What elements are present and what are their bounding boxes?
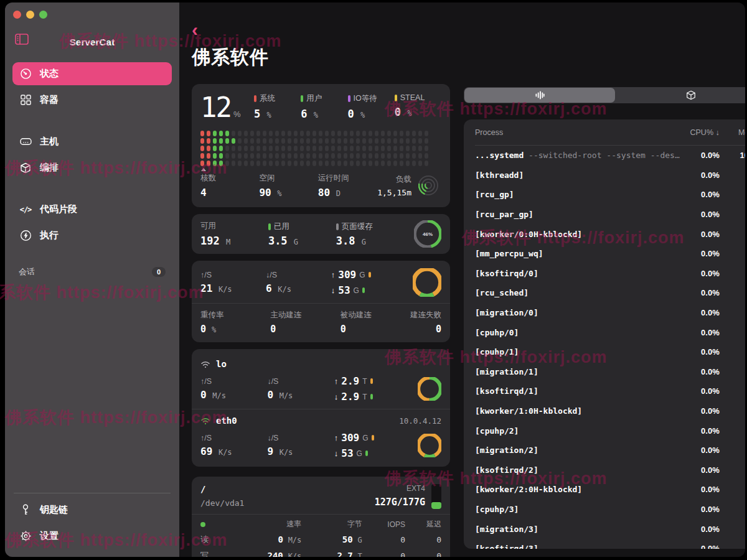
sidebar-item-orchestration[interactable]: 编排 [12, 156, 172, 179]
sidebar-item-status[interactable]: 状态 [12, 62, 172, 85]
core-usage-dot [406, 131, 410, 136]
core-usage-dot [344, 146, 347, 151]
load-radar-icon [415, 172, 441, 198]
app-window: ServerCat 状态 [5, 2, 745, 557]
memory-ring-gauge: 46% [414, 220, 441, 248]
sidebar-item-label: 钥匙链 [40, 504, 68, 516]
core-usage-dot [337, 131, 341, 136]
core-usage-dot [288, 161, 291, 166]
core-usage-dot [207, 138, 210, 144]
memory-ring-label: 46% [423, 231, 433, 237]
core-usage-dot [375, 131, 378, 136]
core-usage-dot [238, 146, 242, 151]
core-usage-dot [312, 161, 316, 166]
core-usage-dot [400, 161, 403, 166]
net-down-rate: ↓/S 6 K/s [266, 271, 331, 294]
process-row[interactable]: [kworker/2:0H-kblockd]0.0%0B [475, 480, 745, 500]
process-row[interactable]: [migration/3]0.0%0B [475, 519, 745, 539]
process-row[interactable]: [ksoftirqd/1]0.0%0B [475, 381, 745, 401]
core-usage-dot [256, 131, 260, 136]
core-usage-dot [400, 153, 403, 159]
process-row[interactable]: ...systemd --switched-root --system --de… [475, 146, 745, 166]
core-usage-dot [325, 146, 329, 151]
process-row[interactable]: [rcu_par_gp]0.0%0B [475, 205, 745, 225]
process-row[interactable]: [migration/1]0.0%0B [475, 362, 745, 382]
core-usage-dot [412, 146, 416, 151]
zoom-window-button[interactable] [39, 11, 47, 19]
memory-available: 可用 192 M [200, 221, 268, 247]
core-usage-dot [425, 131, 428, 136]
core-usage-dot [219, 138, 223, 144]
cache-dot [336, 223, 339, 230]
process-view-tab[interactable] [464, 88, 615, 103]
sidebar-item-keychain[interactable]: 钥匙链 [12, 498, 172, 521]
process-row[interactable]: [cpuhp/1]0.0%0B [475, 342, 745, 362]
core-usage-dot [350, 146, 354, 151]
cpu-sort-column-header[interactable]: CPU% ↓ [680, 128, 720, 137]
process-row[interactable]: [ksoftirqd/3]0.0%0B [475, 539, 745, 549]
process-row[interactable]: [rcu_gp]0.0%0B [475, 185, 745, 205]
core-usage-dot [337, 138, 341, 144]
core-usage-dot [294, 153, 298, 159]
core-usage-dot [244, 161, 248, 166]
core-usage-dot [350, 161, 354, 166]
core-usage-dot [356, 131, 360, 136]
process-row[interactable]: [kthreadd]0.0%0B [475, 166, 745, 185]
sidebar-item-snippets[interactable]: </> 代码片段 [12, 198, 172, 221]
sidebar-toggle-icon[interactable] [15, 34, 29, 45]
process-row[interactable]: [rcu_sched]0.0%0B [475, 283, 745, 303]
interface-lo: lo ↑/S 0 M/s ↓/S 0 M/s ↑2.9T [200, 359, 441, 403]
minimize-window-button[interactable] [26, 11, 34, 19]
mem-column-header[interactable]: Mem [720, 128, 745, 137]
process-row[interactable]: [kworker/1:0H-kblockd]0.0%0B [475, 401, 745, 421]
process-row[interactable]: [ksoftirqd/0]0.0%0B [475, 264, 745, 284]
core-usage-dot [319, 153, 322, 159]
process-row[interactable]: [mm_percpu_wq]0.0%0B [475, 244, 745, 264]
core-usage-dot [269, 153, 273, 159]
close-window-button[interactable] [13, 11, 21, 19]
core-usage-dot [225, 146, 229, 151]
sidebar-item-execute[interactable]: 执行 [12, 224, 172, 247]
core-usage-dot [306, 161, 310, 166]
net-totals: ↑309G ↓53G [331, 269, 413, 296]
core-usage-dot [418, 146, 422, 151]
wifi-icon [200, 417, 210, 425]
process-row[interactable]: [cpuhp/0]0.0%0B [475, 322, 745, 342]
session-label: 会话 [19, 266, 35, 278]
core-usage-dot [300, 146, 304, 151]
core-usage-dot [281, 153, 285, 159]
core-usage-dot [356, 161, 360, 166]
key-icon [19, 504, 32, 516]
core-usage-dot [275, 161, 279, 166]
process-column-header[interactable]: Process [475, 128, 680, 137]
core-usage-dot [232, 153, 235, 159]
sidebar-item-settings[interactable]: 设置 [12, 525, 172, 548]
process-row[interactable]: [kworker/0:0H-kblockd]0.0%0B [475, 224, 745, 244]
core-usage-dot [269, 131, 273, 136]
package-icon [19, 162, 32, 174]
docker-view-tab[interactable] [615, 88, 745, 103]
core-usage-dot [294, 146, 298, 151]
process-row[interactable]: [cpuhp/3]0.0%0B [475, 500, 745, 520]
cpu-card: 12 % 系统 5 % 用户 6 % IO等待 [192, 84, 450, 207]
core-usage-dot [369, 161, 372, 166]
core-usage-dot [312, 131, 316, 136]
core-usage-dot [275, 138, 279, 144]
core-usage-dot [219, 161, 223, 166]
process-row[interactable]: [migration/2]0.0%0B [475, 441, 745, 460]
core-usage-dot [331, 138, 335, 144]
core-usage-dot [263, 146, 266, 151]
session-row[interactable]: 会话 0 [19, 266, 166, 278]
core-usage-dot [412, 138, 416, 144]
core-usage-dot [369, 146, 372, 151]
down-total-pill [362, 287, 365, 293]
cpu-legend-user: 用户 6 % [301, 91, 347, 120]
process-row[interactable]: [ksoftirqd/2]0.0%0B [475, 460, 745, 480]
sidebar-item-hosts[interactable]: 主机 [12, 130, 172, 153]
core-usage-dot [294, 161, 298, 166]
process-row[interactable]: [migration/0]0.0%0B [475, 303, 745, 323]
core-usage-dot [269, 146, 273, 151]
sidebar-item-containers[interactable]: 容器 [12, 88, 172, 111]
back-button[interactable]: ‹ [192, 24, 204, 39]
process-row[interactable]: [cpuhp/2]0.0%0B [475, 421, 745, 441]
